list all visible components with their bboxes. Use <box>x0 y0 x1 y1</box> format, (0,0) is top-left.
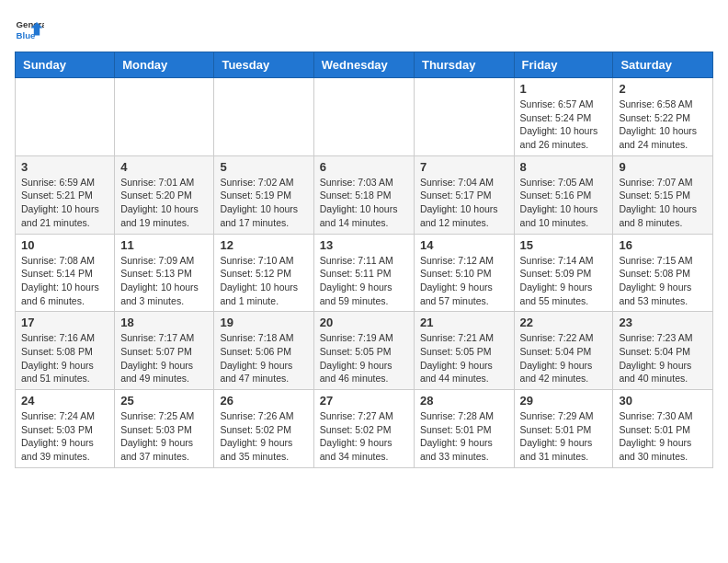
day-info: Sunrise: 7:26 AM Sunset: 5:02 PM Dayligh… <box>220 409 307 464</box>
week-row-3: 10Sunrise: 7:08 AM Sunset: 5:14 PM Dayli… <box>16 234 713 312</box>
calendar-cell: 30Sunrise: 7:30 AM Sunset: 5:01 PM Dayli… <box>613 390 713 468</box>
day-number: 24 <box>21 394 108 408</box>
day-number: 29 <box>520 394 608 408</box>
calendar-cell: 29Sunrise: 7:29 AM Sunset: 5:01 PM Dayli… <box>514 390 613 468</box>
weekday-header-wednesday: Wednesday <box>313 52 414 78</box>
day-info: Sunrise: 7:08 AM Sunset: 5:14 PM Dayligh… <box>21 254 108 308</box>
calendar-cell: 15Sunrise: 7:14 AM Sunset: 5:09 PM Dayli… <box>514 234 613 312</box>
day-info: Sunrise: 7:18 AM Sunset: 5:06 PM Dayligh… <box>220 331 307 385</box>
weekday-header-saturday: Saturday <box>613 52 713 78</box>
day-info: Sunrise: 7:14 AM Sunset: 5:09 PM Dayligh… <box>520 254 608 308</box>
calendar-cell: 24Sunrise: 7:24 AM Sunset: 5:03 PM Dayli… <box>16 390 115 468</box>
week-row-2: 3Sunrise: 6:59 AM Sunset: 5:21 PM Daylig… <box>16 155 713 234</box>
calendar-cell: 21Sunrise: 7:21 AM Sunset: 5:05 PM Dayli… <box>414 312 514 390</box>
day-info: Sunrise: 7:05 AM Sunset: 5:16 PM Dayligh… <box>520 176 608 230</box>
day-number: 1 <box>520 82 608 96</box>
day-info: Sunrise: 7:09 AM Sunset: 5:13 PM Dayligh… <box>120 254 208 308</box>
svg-text:Blue: Blue <box>17 30 36 40</box>
day-number: 14 <box>420 238 508 252</box>
day-number: 22 <box>520 316 608 329</box>
calendar-cell: 28Sunrise: 7:28 AM Sunset: 5:01 PM Dayli… <box>414 390 514 468</box>
day-info: Sunrise: 7:12 AM Sunset: 5:10 PM Dayligh… <box>420 254 508 308</box>
day-info: Sunrise: 7:28 AM Sunset: 5:01 PM Dayligh… <box>420 409 508 464</box>
calendar-cell <box>414 78 514 156</box>
day-number: 12 <box>220 238 307 252</box>
day-info: Sunrise: 7:27 AM Sunset: 5:02 PM Dayligh… <box>320 409 408 464</box>
day-number: 3 <box>21 160 108 174</box>
calendar-cell: 10Sunrise: 7:08 AM Sunset: 5:14 PM Dayli… <box>16 234 115 312</box>
logo-icon: General Blue <box>15 15 44 44</box>
day-number: 10 <box>21 238 108 252</box>
day-info: Sunrise: 7:25 AM Sunset: 5:03 PM Dayligh… <box>120 409 208 464</box>
day-number: 18 <box>120 316 208 329</box>
calendar-cell: 5Sunrise: 7:02 AM Sunset: 5:19 PM Daylig… <box>214 155 313 234</box>
svg-text:General: General <box>17 19 44 29</box>
day-number: 11 <box>120 238 208 252</box>
day-number: 25 <box>120 394 208 408</box>
calendar-cell: 14Sunrise: 7:12 AM Sunset: 5:10 PM Dayli… <box>414 234 514 312</box>
calendar-cell: 7Sunrise: 7:04 AM Sunset: 5:17 PM Daylig… <box>414 155 514 234</box>
calendar-cell: 9Sunrise: 7:07 AM Sunset: 5:15 PM Daylig… <box>613 155 713 234</box>
calendar-cell: 2Sunrise: 6:58 AM Sunset: 5:22 PM Daylig… <box>613 78 713 156</box>
calendar-cell <box>16 78 115 156</box>
day-info: Sunrise: 7:07 AM Sunset: 5:15 PM Dayligh… <box>619 176 707 230</box>
day-number: 28 <box>420 394 508 408</box>
day-number: 9 <box>619 160 707 174</box>
calendar-cell: 26Sunrise: 7:26 AM Sunset: 5:02 PM Dayli… <box>214 390 313 468</box>
day-info: Sunrise: 6:57 AM Sunset: 5:24 PM Dayligh… <box>520 98 608 152</box>
day-number: 17 <box>21 316 108 329</box>
day-info: Sunrise: 7:10 AM Sunset: 5:12 PM Dayligh… <box>220 254 307 308</box>
day-number: 23 <box>619 316 707 329</box>
weekday-header-sunday: Sunday <box>16 52 115 78</box>
weekday-header-monday: Monday <box>115 52 214 78</box>
week-row-5: 24Sunrise: 7:24 AM Sunset: 5:03 PM Dayli… <box>16 390 713 468</box>
calendar-cell: 19Sunrise: 7:18 AM Sunset: 5:06 PM Dayli… <box>214 312 313 390</box>
day-info: Sunrise: 7:23 AM Sunset: 5:04 PM Dayligh… <box>619 331 707 385</box>
day-info: Sunrise: 7:22 AM Sunset: 5:04 PM Dayligh… <box>520 331 608 385</box>
calendar-cell <box>214 78 313 156</box>
calendar-cell: 25Sunrise: 7:25 AM Sunset: 5:03 PM Dayli… <box>115 390 214 468</box>
day-info: Sunrise: 7:04 AM Sunset: 5:17 PM Dayligh… <box>420 176 508 230</box>
day-number: 13 <box>320 238 408 252</box>
calendar-cell: 3Sunrise: 6:59 AM Sunset: 5:21 PM Daylig… <box>16 155 115 234</box>
day-info: Sunrise: 6:59 AM Sunset: 5:21 PM Dayligh… <box>21 176 108 230</box>
calendar-table: SundayMondayTuesdayWednesdayThursdayFrid… <box>15 52 713 468</box>
weekday-header-row: SundayMondayTuesdayWednesdayThursdayFrid… <box>16 52 713 78</box>
day-number: 20 <box>320 316 408 329</box>
calendar-cell: 23Sunrise: 7:23 AM Sunset: 5:04 PM Dayli… <box>613 312 713 390</box>
day-info: Sunrise: 7:29 AM Sunset: 5:01 PM Dayligh… <box>520 409 608 464</box>
logo: General Blue <box>15 15 44 44</box>
calendar-cell <box>313 78 414 156</box>
day-number: 5 <box>220 160 307 174</box>
calendar-cell <box>115 78 214 156</box>
calendar-cell: 1Sunrise: 6:57 AM Sunset: 5:24 PM Daylig… <box>514 78 613 156</box>
day-number: 30 <box>619 394 707 408</box>
calendar-cell: 17Sunrise: 7:16 AM Sunset: 5:08 PM Dayli… <box>16 312 115 390</box>
day-info: Sunrise: 7:24 AM Sunset: 5:03 PM Dayligh… <box>21 409 108 464</box>
day-number: 7 <box>420 160 508 174</box>
calendar-cell: 6Sunrise: 7:03 AM Sunset: 5:18 PM Daylig… <box>313 155 414 234</box>
calendar-cell: 27Sunrise: 7:27 AM Sunset: 5:02 PM Dayli… <box>313 390 414 468</box>
day-number: 6 <box>320 160 408 174</box>
day-info: Sunrise: 7:21 AM Sunset: 5:05 PM Dayligh… <box>420 331 508 385</box>
day-info: Sunrise: 7:03 AM Sunset: 5:18 PM Dayligh… <box>320 176 408 230</box>
day-info: Sunrise: 7:30 AM Sunset: 5:01 PM Dayligh… <box>619 409 707 464</box>
day-info: Sunrise: 7:15 AM Sunset: 5:08 PM Dayligh… <box>619 254 707 308</box>
calendar-cell: 18Sunrise: 7:17 AM Sunset: 5:07 PM Dayli… <box>115 312 214 390</box>
week-row-1: 1Sunrise: 6:57 AM Sunset: 5:24 PM Daylig… <box>16 78 713 156</box>
day-number: 4 <box>120 160 208 174</box>
day-number: 15 <box>520 238 608 252</box>
calendar-cell: 11Sunrise: 7:09 AM Sunset: 5:13 PM Dayli… <box>115 234 214 312</box>
day-number: 21 <box>420 316 508 329</box>
day-info: Sunrise: 7:19 AM Sunset: 5:05 PM Dayligh… <box>320 331 408 385</box>
day-info: Sunrise: 6:58 AM Sunset: 5:22 PM Dayligh… <box>619 98 707 152</box>
day-info: Sunrise: 7:17 AM Sunset: 5:07 PM Dayligh… <box>120 331 208 385</box>
calendar-cell: 4Sunrise: 7:01 AM Sunset: 5:20 PM Daylig… <box>115 155 214 234</box>
calendar-cell: 8Sunrise: 7:05 AM Sunset: 5:16 PM Daylig… <box>514 155 613 234</box>
page-header: General Blue <box>15 15 713 44</box>
day-info: Sunrise: 7:02 AM Sunset: 5:19 PM Dayligh… <box>220 176 307 230</box>
week-row-4: 17Sunrise: 7:16 AM Sunset: 5:08 PM Dayli… <box>16 312 713 390</box>
calendar-cell: 20Sunrise: 7:19 AM Sunset: 5:05 PM Dayli… <box>313 312 414 390</box>
day-info: Sunrise: 7:16 AM Sunset: 5:08 PM Dayligh… <box>21 331 108 385</box>
calendar-cell: 13Sunrise: 7:11 AM Sunset: 5:11 PM Dayli… <box>313 234 414 312</box>
